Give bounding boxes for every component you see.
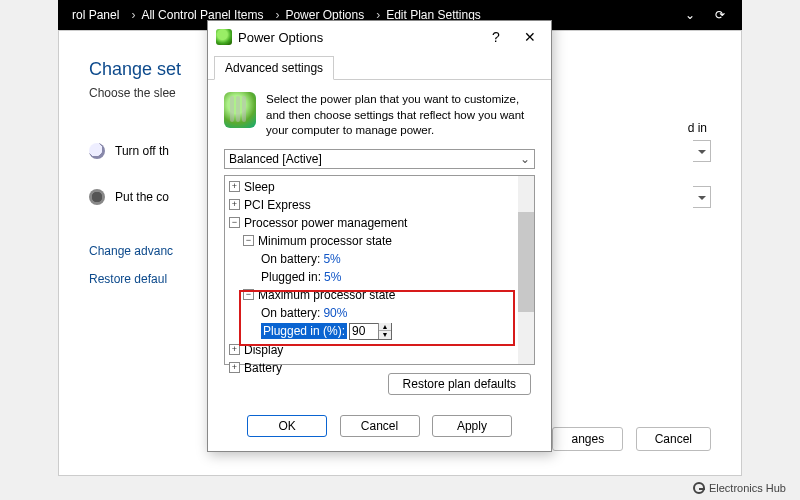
expand-icon[interactable]: +: [229, 344, 240, 355]
tree-node-display[interactable]: +Display: [225, 341, 534, 359]
ok-button[interactable]: OK: [247, 415, 327, 437]
tree-node-max-on-battery[interactable]: On battery:90%: [225, 304, 534, 322]
tree-label: On battery:: [261, 305, 320, 321]
expand-icon[interactable]: +: [229, 181, 240, 192]
apply-button[interactable]: Apply: [432, 415, 512, 437]
tree-node-processor-power-management[interactable]: −Processor power management: [225, 214, 534, 232]
tree-label: Minimum processor state: [258, 233, 392, 249]
tree-node-battery[interactable]: +Battery: [225, 359, 534, 377]
tree-node-min-on-battery[interactable]: On battery:5%: [225, 250, 534, 268]
tab-advanced-settings[interactable]: Advanced settings: [214, 56, 334, 80]
collapse-icon[interactable]: −: [229, 217, 240, 228]
value-spinner-input[interactable]: [350, 324, 378, 338]
tree-value: 5%: [324, 269, 341, 285]
row-label: Turn off th: [115, 144, 169, 158]
row-label: Put the co: [115, 190, 169, 204]
collapse-icon[interactable]: −: [243, 289, 254, 300]
tree-label: Sleep: [244, 179, 275, 195]
watermark-text: Electronics Hub: [709, 482, 786, 494]
dialog-titlebar[interactable]: Power Options ? ✕: [208, 21, 551, 53]
power-plan-icon: [216, 29, 232, 45]
expand-icon[interactable]: +: [229, 362, 240, 373]
breadcrumb-item[interactable]: rol Panel: [72, 8, 119, 22]
battery-plan-icon: [224, 92, 256, 128]
scrollbar[interactable]: [518, 176, 534, 364]
power-plan-dropdown[interactable]: Balanced [Active]: [224, 149, 535, 169]
help-icon[interactable]: ?: [479, 23, 513, 51]
tree-node-max-plugged-in[interactable]: Plugged in (%): ▲▼: [225, 322, 534, 341]
dropdown[interactable]: [693, 186, 711, 208]
power-plan-selected: Balanced [Active]: [229, 152, 322, 166]
watermark: Electronics Hub: [693, 482, 786, 494]
value-spinner[interactable]: ▲▼: [349, 323, 392, 340]
tree-node-sleep[interactable]: +Sleep: [225, 178, 534, 196]
dropdown[interactable]: [693, 140, 711, 162]
power-options-dialog: Power Options ? ✕ Advanced settings Sele…: [207, 20, 552, 452]
tree-label-selected: Plugged in (%):: [261, 323, 347, 339]
cancel-button[interactable]: Cancel: [636, 427, 711, 451]
collapse-icon[interactable]: −: [243, 235, 254, 246]
header-fragment: d in: [688, 121, 707, 135]
cancel-button[interactable]: Cancel: [340, 415, 420, 437]
tree-label: PCI Express: [244, 197, 311, 213]
logo-icon: [693, 482, 705, 494]
scrollbar-thumb[interactable]: [518, 212, 534, 312]
tree-node-maximum-processor-state[interactable]: −Maximum processor state: [225, 286, 534, 304]
tree-node-minimum-processor-state[interactable]: −Minimum processor state: [225, 232, 534, 250]
tab-strip: Advanced settings: [208, 55, 551, 80]
spinner-up-icon[interactable]: ▲: [379, 323, 391, 331]
refresh-icon[interactable]: ⟳: [712, 8, 728, 22]
tree-value: 90%: [323, 305, 347, 321]
expand-icon[interactable]: +: [229, 199, 240, 210]
tree-node-min-plugged-in[interactable]: Plugged in:5%: [225, 268, 534, 286]
tree-node-pci-express[interactable]: +PCI Express: [225, 196, 534, 214]
tree-label: Processor power management: [244, 215, 407, 231]
tree-label: On battery:: [261, 251, 320, 267]
tree-label: Plugged in:: [261, 269, 321, 285]
moon-icon: [89, 189, 105, 205]
close-icon[interactable]: ✕: [513, 23, 547, 51]
chevron-down-icon[interactable]: ⌄: [682, 8, 698, 22]
tree-value: 5%: [323, 251, 340, 267]
dialog-intro-text: Select the power plan that you want to c…: [266, 92, 535, 139]
dialog-title: Power Options: [238, 30, 479, 45]
monitor-icon: [89, 143, 105, 159]
save-changes-button[interactable]: anges: [552, 427, 623, 451]
tree-label: Display: [244, 342, 283, 358]
tree-label: Maximum processor state: [258, 287, 395, 303]
settings-tree[interactable]: +Sleep +PCI Express −Processor power man…: [224, 175, 535, 365]
chevron-right-icon: ›: [131, 8, 135, 22]
tree-label: Battery: [244, 360, 282, 376]
spinner-down-icon[interactable]: ▼: [379, 331, 391, 339]
